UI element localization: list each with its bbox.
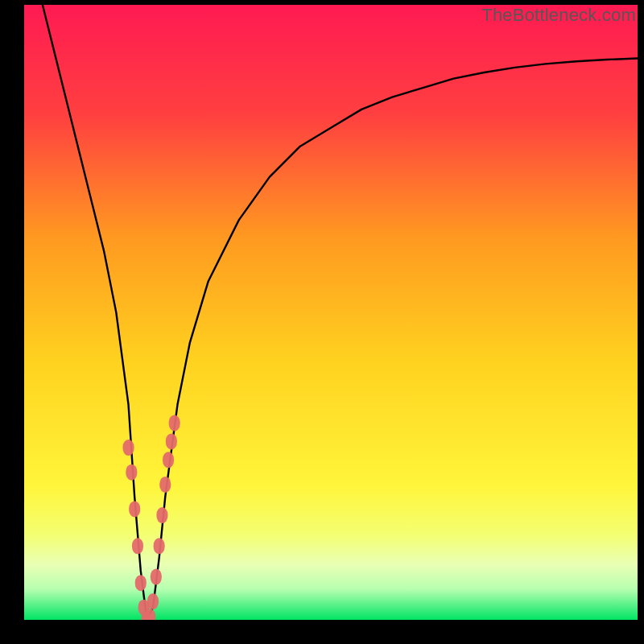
plot-area bbox=[24, 5, 638, 620]
marker-dot bbox=[135, 575, 147, 591]
marker-dot bbox=[166, 433, 177, 449]
marker-dot bbox=[154, 538, 165, 554]
marker-dot bbox=[156, 507, 167, 523]
marker-dot bbox=[129, 501, 140, 517]
marker-dot bbox=[151, 569, 162, 585]
watermark-text: TheBottleneck.com bbox=[481, 5, 636, 26]
chart-svg bbox=[24, 5, 638, 620]
marker-dot bbox=[159, 477, 171, 493]
marker-dot bbox=[132, 538, 143, 554]
marker-dot bbox=[126, 464, 137, 481]
chart-frame: TheBottleneck.com bbox=[0, 0, 644, 644]
marker-dot bbox=[123, 440, 134, 456]
marker-dot bbox=[163, 452, 174, 468]
marker-dot bbox=[147, 593, 159, 609]
marker-dot bbox=[169, 415, 180, 431]
